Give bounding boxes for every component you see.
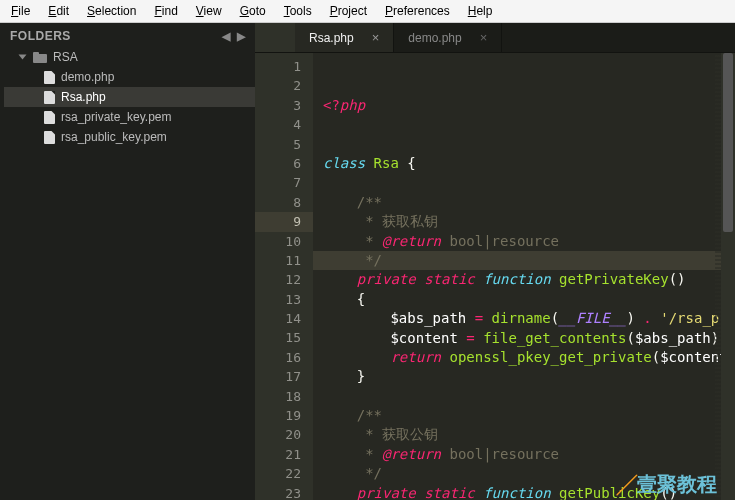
- code-line[interactable]: [323, 387, 735, 406]
- sidebar-header: FOLDERS ◀ ▶: [0, 23, 255, 47]
- tab-label: demo.php: [408, 31, 461, 45]
- code-line[interactable]: <?php: [323, 96, 735, 115]
- nav-left-icon[interactable]: ◀: [222, 30, 231, 43]
- code-line[interactable]: /**: [323, 406, 735, 425]
- tree-file[interactable]: demo.php: [4, 67, 255, 87]
- code-line[interactable]: }: [323, 367, 735, 386]
- code-line[interactable]: * @return bool|resource: [323, 232, 735, 251]
- line-number: 1: [255, 57, 301, 76]
- nav-right-icon[interactable]: ▶: [237, 30, 246, 43]
- code-line[interactable]: [323, 115, 735, 134]
- line-number: 15: [255, 328, 301, 347]
- line-number: 11: [255, 251, 301, 270]
- menu-goto[interactable]: Goto: [233, 3, 273, 19]
- code-line[interactable]: */: [323, 464, 735, 483]
- code-line[interactable]: * 获取私钥: [323, 212, 735, 231]
- line-number-gutter: 123456789101112131415161718192021222324: [255, 53, 313, 500]
- code-line[interactable]: {: [323, 290, 735, 309]
- line-number: 6: [255, 154, 301, 173]
- line-number: 5: [255, 135, 301, 154]
- tab-label: Rsa.php: [309, 31, 354, 45]
- code-line[interactable]: private static function getPrivateKey(): [323, 270, 735, 289]
- line-number: 2: [255, 76, 301, 95]
- line-number: 9: [255, 212, 313, 231]
- line-number: 13: [255, 290, 301, 309]
- sidebar-nav-arrows: ◀ ▶: [222, 30, 245, 43]
- sidebar: FOLDERS ◀ ▶ RSA demo.phpRsa.phprsa_priva…: [0, 23, 255, 500]
- line-number: 23: [255, 484, 301, 500]
- folder-label: RSA: [53, 50, 78, 64]
- tabbar-gutter-pad: [255, 23, 295, 52]
- tab-Rsa-php[interactable]: Rsa.php×: [295, 23, 394, 52]
- file-icon: [44, 71, 55, 84]
- tab-demo-php[interactable]: demo.php×: [394, 23, 502, 52]
- code-line[interactable]: private static function getPublicKey(): [323, 484, 735, 500]
- file-icon: [44, 91, 55, 104]
- menu-project[interactable]: Project: [323, 3, 374, 19]
- main-area: FOLDERS ◀ ▶ RSA demo.phpRsa.phprsa_priva…: [0, 23, 735, 500]
- code-line[interactable]: [323, 173, 735, 192]
- menu-preferences[interactable]: Preferences: [378, 3, 457, 19]
- close-icon[interactable]: ×: [480, 30, 488, 45]
- menu-selection[interactable]: Selection: [80, 3, 143, 19]
- code-line[interactable]: */: [313, 251, 735, 270]
- folder-tree: RSA demo.phpRsa.phprsa_private_key.pemrs…: [0, 47, 255, 147]
- line-number: 8: [255, 193, 301, 212]
- menu-bar: FileEditSelectionFindViewGotoToolsProjec…: [0, 0, 735, 23]
- code-line[interactable]: * 获取公钥: [323, 425, 735, 444]
- close-icon[interactable]: ×: [372, 30, 380, 45]
- line-number: 14: [255, 309, 301, 328]
- line-number: 4: [255, 115, 301, 134]
- folder-icon: [33, 52, 47, 63]
- file-icon: [44, 111, 55, 124]
- code-line[interactable]: class Rsa {: [323, 154, 735, 173]
- file-icon: [44, 131, 55, 144]
- code-line[interactable]: /**: [323, 193, 735, 212]
- line-number: 3: [255, 96, 301, 115]
- line-number: 17: [255, 367, 301, 386]
- line-number: 16: [255, 348, 301, 367]
- scrollbar-thumb[interactable]: [723, 53, 733, 232]
- line-number: 18: [255, 387, 301, 406]
- menu-file[interactable]: File: [4, 3, 37, 19]
- tree-folder-root[interactable]: RSA: [4, 47, 255, 67]
- code-line[interactable]: $content = file_get_contents($abs_path);: [323, 329, 735, 348]
- code-line[interactable]: $abs_path = dirname(__FILE__) . '/rsa_pr…: [323, 309, 735, 328]
- menu-find[interactable]: Find: [147, 3, 184, 19]
- line-number: 21: [255, 445, 301, 464]
- code-line[interactable]: [323, 135, 735, 154]
- line-number: 20: [255, 425, 301, 444]
- line-number: 22: [255, 464, 301, 483]
- code-line[interactable]: return openssl_pkey_get_private($content…: [323, 348, 735, 367]
- file-label: Rsa.php: [61, 90, 106, 104]
- menu-edit[interactable]: Edit: [41, 3, 76, 19]
- sidebar-title: FOLDERS: [10, 29, 71, 43]
- menu-help[interactable]: Help: [461, 3, 500, 19]
- tree-file[interactable]: rsa_private_key.pem: [4, 107, 255, 127]
- menu-tools[interactable]: Tools: [277, 3, 319, 19]
- tree-file[interactable]: Rsa.php: [4, 87, 255, 107]
- tree-file[interactable]: rsa_public_key.pem: [4, 127, 255, 147]
- menu-view[interactable]: View: [189, 3, 229, 19]
- code-content[interactable]: <?php class Rsa { /** * 获取私钥 * @return b…: [313, 53, 735, 500]
- editor-pane: Rsa.php×demo.php× 1234567891011121314151…: [255, 23, 735, 500]
- line-number: 7: [255, 173, 301, 192]
- line-number: 19: [255, 406, 301, 425]
- file-label: rsa_public_key.pem: [61, 130, 167, 144]
- line-number: 12: [255, 270, 301, 289]
- file-label: demo.php: [61, 70, 114, 84]
- tab-bar: Rsa.php×demo.php×: [255, 23, 735, 53]
- line-number: 10: [255, 232, 301, 251]
- code-area[interactable]: 123456789101112131415161718192021222324 …: [255, 53, 735, 500]
- vertical-scrollbar[interactable]: [721, 53, 735, 500]
- code-line[interactable]: * @return bool|resource: [323, 445, 735, 464]
- file-label: rsa_private_key.pem: [61, 110, 172, 124]
- disclosure-triangle-icon[interactable]: [19, 55, 27, 60]
